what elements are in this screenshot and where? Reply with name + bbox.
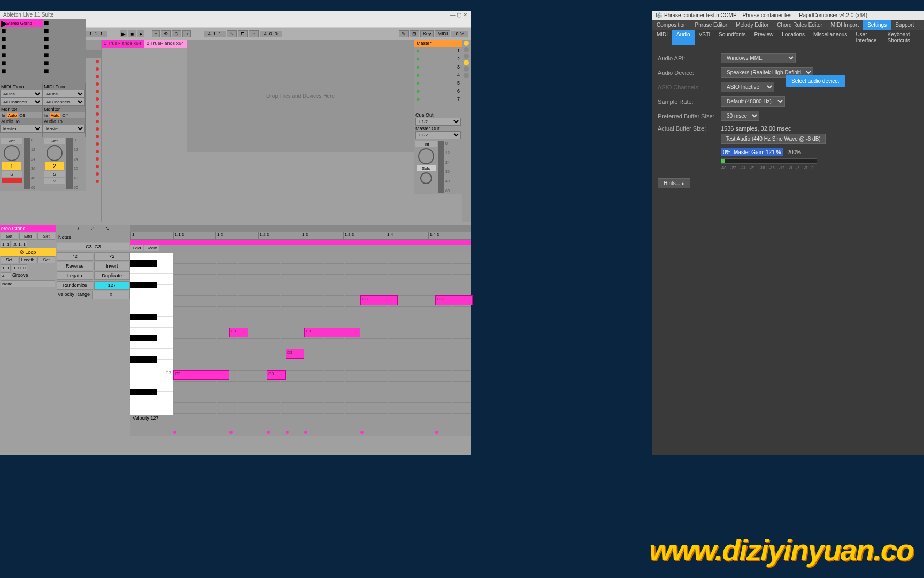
track-header-1[interactable]: 1 TruePianos x64: [102, 40, 144, 48]
monitor-off[interactable]: Off: [18, 113, 26, 118]
loop-switch[interactable]: ⊏: [238, 30, 248, 37]
midi-map[interactable]: MIDI: [435, 30, 450, 37]
settings-subtab[interactable]: MIDI: [652, 30, 672, 45]
monitor-auto[interactable]: Auto: [7, 113, 18, 118]
midi-note[interactable]: E3: [229, 328, 248, 337]
indicator-dot[interactable]: [464, 54, 469, 59]
audio-out-select[interactable]: Master: [43, 125, 85, 133]
midi-note[interactable]: G3: [360, 295, 398, 305]
monitor-in[interactable]: In: [1, 113, 6, 118]
clip-slot[interactable]: ■: [0, 27, 43, 35]
invert-button[interactable]: Invert: [94, 262, 130, 270]
track-header-2[interactable]: 2 TruePianos x64: [144, 40, 187, 48]
end-pos[interactable]: 2. 1. 1: [12, 241, 27, 248]
monitor-auto[interactable]: Auto: [50, 113, 60, 118]
clip-slot[interactable]: ■: [43, 59, 86, 67]
scale-button[interactable]: Scale: [144, 245, 159, 251]
monitor-in[interactable]: In: [43, 113, 49, 118]
clip-name-field[interactable]: ereo Grand: [0, 225, 56, 232]
punch-out[interactable]: ⟋: [249, 30, 259, 37]
vol-readout[interactable]: -Inf: [1, 138, 22, 144]
loop-button[interactable]: ○: [182, 30, 190, 37]
indicator-dot[interactable]: [464, 73, 469, 78]
audio-api-select[interactable]: Windows MME: [721, 53, 796, 63]
settings-subtab[interactable]: Miscellaneous: [809, 30, 851, 45]
test-audio-button[interactable]: Test Audio (440 Hz Sine Wave @ -6 dB): [721, 134, 826, 144]
track-activator[interactable]: 2: [45, 162, 64, 170]
midi-note[interactable]: E3: [304, 328, 360, 337]
set-button[interactable]: Set: [37, 256, 55, 263]
loop-brace[interactable]: [130, 240, 471, 245]
scene-row[interactable]: ▶6: [414, 87, 462, 95]
hints-button[interactable]: Hints... ▸: [658, 178, 690, 188]
loop-pos[interactable]: 4. 1. 1: [204, 31, 226, 37]
envelope-icon[interactable]: ⟋: [90, 226, 95, 231]
indicator-dot[interactable]: [464, 47, 469, 52]
overdub-button[interactable]: +: [152, 30, 160, 37]
clip-slot[interactable]: [43, 75, 86, 83]
halve-button[interactable]: ÷2: [57, 252, 93, 261]
position[interactable]: 1. 1. 1: [85, 31, 107, 37]
pan-knob[interactable]: [47, 145, 63, 161]
solo-button[interactable]: S: [44, 171, 65, 177]
midi-in-select[interactable]: All Ins: [0, 90, 42, 98]
vol-readout[interactable]: -Inf: [415, 141, 437, 147]
settings-subtab[interactable]: Soundfonts: [714, 30, 750, 45]
drop-area[interactable]: Drop Files and Devices Here: [187, 40, 414, 152]
midi-note[interactable]: D3: [286, 349, 304, 359]
track-activator[interactable]: 1: [2, 162, 21, 170]
master-out-select[interactable]: ii 1/2: [415, 131, 461, 139]
audio-out-select[interactable]: Master: [0, 125, 42, 133]
scene-row[interactable]: ▶5: [414, 79, 462, 87]
scene-row[interactable]: ▶2: [414, 55, 462, 63]
scene-row[interactable]: ▶1: [414, 47, 462, 55]
velocity-lane[interactable]: Velocity 127: [130, 415, 471, 436]
clip-play-icon[interactable]: ▶: [1, 20, 6, 26]
indicator-dot[interactable]: [464, 41, 469, 46]
draw-button[interactable]: ✎: [399, 30, 409, 37]
randomize-button[interactable]: Randomize: [57, 281, 93, 290]
loop-start[interactable]: 1. 1: [1, 264, 11, 271]
settings-subtab[interactable]: Keyboard Shortcuts: [883, 30, 924, 45]
window-controls[interactable]: — ▢ ✕: [450, 12, 467, 18]
stop-button[interactable]: ■: [128, 30, 136, 37]
master-header[interactable]: Master: [414, 40, 462, 47]
loop-toggle[interactable]: ⊙ Loop: [0, 248, 56, 256]
start-pos[interactable]: 1. 1: [1, 241, 11, 248]
solo-cue-button[interactable]: Solo: [417, 165, 436, 171]
reverse-button[interactable]: Reverse: [57, 262, 93, 270]
clip-slot[interactable]: ■: [0, 35, 43, 43]
set-button[interactable]: Set: [1, 233, 18, 240]
clip-slot[interactable]: ■: [0, 43, 43, 51]
scene-row[interactable]: ▶4: [414, 71, 462, 79]
randomize-value[interactable]: 127: [94, 281, 130, 290]
capture-button[interactable]: ⊙: [172, 30, 181, 37]
buffer-select[interactable]: 30 msec: [721, 111, 759, 121]
clip-slot[interactable]: ■: [43, 43, 86, 51]
midi-note[interactable]: G3: [435, 295, 473, 305]
main-tab[interactable]: Support: [891, 20, 918, 30]
settings-subtab[interactable]: Preview: [750, 30, 778, 45]
pan-knob[interactable]: [418, 148, 434, 164]
main-tab[interactable]: Settings: [863, 20, 891, 30]
solo-button[interactable]: S: [2, 171, 22, 177]
midi-note[interactable]: C3: [267, 370, 286, 380]
main-tab[interactable]: Melody Editor: [732, 20, 773, 30]
clip-slot[interactable]: ■: [43, 35, 86, 43]
velocity-range-value[interactable]: 0: [92, 291, 130, 299]
scene-row[interactable]: ▶7: [414, 95, 462, 103]
computer-midi[interactable]: ⊞: [410, 30, 419, 37]
clip-slot[interactable]: [0, 75, 43, 83]
note-range[interactable]: C3–G3: [57, 243, 129, 250]
notes-icon[interactable]: ♪: [77, 226, 80, 231]
midi-in-select[interactable]: All Ins: [43, 90, 85, 98]
duplicate-button[interactable]: Duplicate: [94, 271, 130, 280]
punch-in[interactable]: ⟍: [227, 30, 237, 37]
settings-subtab[interactable]: Locations: [777, 30, 809, 45]
set-button[interactable]: Set: [1, 256, 18, 263]
loop-len[interactable]: 4. 0. 0: [260, 31, 282, 37]
main-tab[interactable]: MIDI Import: [827, 20, 863, 30]
set-button[interactable]: Set: [37, 233, 55, 240]
asio-select[interactable]: ASIO Inactive: [721, 82, 774, 92]
cue-out-select[interactable]: ii 1/2: [415, 118, 461, 126]
